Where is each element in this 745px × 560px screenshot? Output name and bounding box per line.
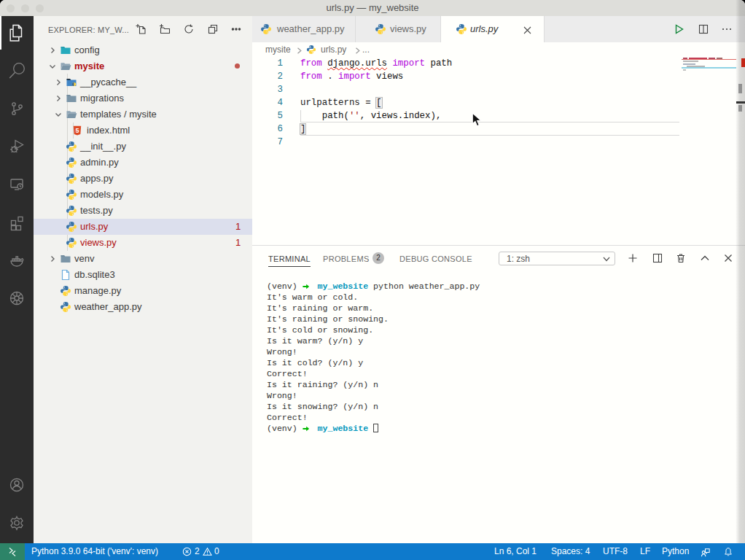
svg-text:5: 5	[75, 127, 79, 134]
